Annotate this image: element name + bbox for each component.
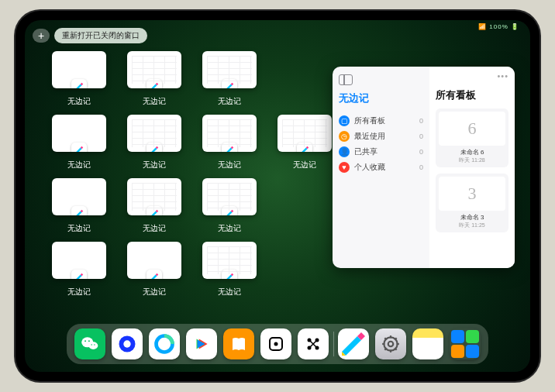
app-badge-icon <box>71 206 87 215</box>
dock-app-notes[interactable] <box>412 328 443 359</box>
thumb-label: 无边记 <box>143 160 166 170</box>
thumb-label: 无边记 <box>143 223 166 234</box>
app-badge-icon <box>222 143 237 152</box>
thumb-label: 无边记 <box>293 160 316 170</box>
window-thumb[interactable]: 无边记 <box>48 51 109 107</box>
nav-label: 所有看板 <box>354 115 385 126</box>
window-thumb[interactable]: 无边记 <box>48 178 109 234</box>
nav-label: 最近使用 <box>354 131 385 142</box>
window-thumb[interactable]: 无边记 <box>123 178 184 234</box>
screen: 📶 100% 🔋 + 重新打开已关闭的窗口 无边记无边记无边记无边记无边记无边记… <box>25 20 530 372</box>
card-time: 昨天 11:25 <box>459 222 484 229</box>
thumb-label: 无边记 <box>218 287 241 297</box>
thumb-label: 无边记 <box>218 96 241 107</box>
svg-point-10 <box>274 342 278 346</box>
svg-point-1 <box>88 342 98 349</box>
dock-app-grid-app[interactable] <box>298 328 329 359</box>
window-thumb[interactable]: 无边记 <box>198 242 260 297</box>
app-badge-icon <box>147 143 162 152</box>
window-thumb[interactable]: 无边记 <box>274 115 335 170</box>
app-badge-icon <box>222 79 237 88</box>
board-card[interactable]: 6未命名 6昨天 11:28 <box>436 108 508 167</box>
thumb-label: 无边记 <box>67 160 91 170</box>
dock-app-settings[interactable] <box>375 328 406 359</box>
dock-app-wechat[interactable] <box>74 328 105 359</box>
svg-point-4 <box>91 344 92 346</box>
panel-title: 无边记 <box>339 91 423 105</box>
dock-app-books[interactable] <box>223 328 254 359</box>
svg-point-3 <box>88 340 90 342</box>
window-grid: 无边记无边记无边记无边记无边记无边记无边记无边记无边记无边记无边记无边记无边记 <box>48 51 335 297</box>
nav-item[interactable]: ◷最近使用0 <box>339 129 423 144</box>
ipad-device: 📶 100% 🔋 + 重新打开已关闭的窗口 无边记无边记无边记无边记无边记无边记… <box>16 11 539 381</box>
thumb-label: 无边记 <box>218 160 241 170</box>
thumb-label: 无边记 <box>67 223 91 234</box>
app-badge-icon <box>222 270 237 279</box>
card-preview: 6 <box>439 112 505 146</box>
svg-point-7 <box>123 340 130 347</box>
nav-count: 0 <box>419 163 423 171</box>
dock-app-quark[interactable] <box>112 328 143 359</box>
window-thumb[interactable]: 无边记 <box>48 242 109 297</box>
add-button[interactable]: + <box>33 29 50 43</box>
heart-icon: ♥ <box>339 162 350 173</box>
topbar: + 重新打开已关闭的窗口 <box>33 28 147 43</box>
dock-app-dice[interactable] <box>260 328 291 359</box>
dock-app-folder[interactable] <box>450 328 481 359</box>
app-badge-icon <box>297 143 312 152</box>
thumb-label: 无边记 <box>218 223 241 234</box>
thumb-label: 无边记 <box>67 287 91 297</box>
window-thumb[interactable]: 无边记 <box>48 115 109 170</box>
thumb-label: 无边记 <box>143 287 166 297</box>
card-name: 未命名 6 <box>460 148 484 156</box>
panel-right-title: 所有看板 <box>436 88 508 102</box>
more-icon[interactable]: ••• <box>497 71 508 81</box>
nav-item[interactable]: ▢所有看板0 <box>339 113 423 129</box>
nav-label: 已共享 <box>354 146 377 157</box>
app-badge-icon <box>147 206 162 215</box>
window-thumb[interactable]: 无边记 <box>123 51 184 107</box>
square-icon: ▢ <box>339 115 350 126</box>
window-thumb[interactable]: 无边记 <box>123 115 184 170</box>
thumb-label: 无边记 <box>143 96 166 107</box>
card-name: 未命名 3 <box>460 213 484 222</box>
nav-count: 0 <box>419 117 423 125</box>
status-bar: 📶 100% 🔋 <box>478 23 519 30</box>
dock <box>67 324 488 364</box>
window-thumb[interactable]: 无边记 <box>123 242 184 297</box>
thumb-label: 无边记 <box>67 96 91 107</box>
nav-count: 0 <box>419 148 423 156</box>
app-badge-icon <box>147 79 162 88</box>
card-time: 昨天 11:28 <box>459 156 484 164</box>
nav-item[interactable]: 👤已共享0 <box>339 144 423 160</box>
svg-point-16 <box>388 342 394 347</box>
dock-app-youku[interactable] <box>186 328 217 359</box>
app-badge-icon <box>147 270 162 279</box>
svg-point-5 <box>94 344 95 346</box>
sidebar-toggle-icon[interactable] <box>339 74 353 85</box>
nav-item[interactable]: ♥个人收藏0 <box>339 160 423 175</box>
window-thumb[interactable]: 无边记 <box>198 178 260 234</box>
app-badge-icon <box>71 79 87 88</box>
window-thumb[interactable]: 无边记 <box>198 51 260 107</box>
dock-app-freeform[interactable] <box>338 328 369 359</box>
reopen-closed-window[interactable]: 重新打开已关闭的窗口 <box>54 28 147 43</box>
panel-main: ••• 所有看板 6未命名 6昨天 11:283未命名 3昨天 11:25 <box>429 67 515 268</box>
svg-point-2 <box>84 340 86 342</box>
window-thumb[interactable]: 无边记 <box>198 115 260 170</box>
app-badge-icon <box>71 143 87 152</box>
card-preview: 3 <box>439 177 505 211</box>
board-card[interactable]: 3未命名 3昨天 11:25 <box>436 174 508 232</box>
dock-app-qqbrowser[interactable] <box>149 328 180 359</box>
app-badge-icon <box>222 206 237 215</box>
freeform-panel[interactable]: 无边记 ▢所有看板0◷最近使用0👤已共享0♥个人收藏0 ••• 所有看板 6未命… <box>333 67 515 268</box>
clock-icon: ◷ <box>339 131 350 142</box>
nav-count: 0 <box>419 132 423 140</box>
panel-sidebar: 无边记 ▢所有看板0◷最近使用0👤已共享0♥个人收藏0 <box>333 67 429 268</box>
app-badge-icon <box>71 270 87 279</box>
person-icon: 👤 <box>339 146 350 157</box>
nav-label: 个人收藏 <box>354 162 385 173</box>
